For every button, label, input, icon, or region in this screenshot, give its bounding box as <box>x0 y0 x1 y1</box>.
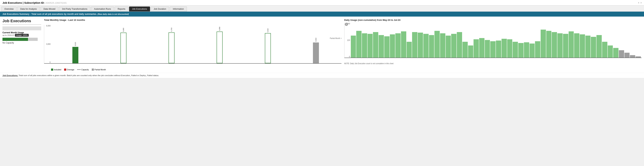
legend-overage: Overage <box>64 68 74 71</box>
daily-bar-24 <box>485 40 490 58</box>
page-title: Job Executions | Subscription ID: 204052… <box>2 1 66 4</box>
daily-chart-title: Daily Usage (non-cumulative) from May-24… <box>344 19 642 21</box>
y-axis: 6,000 3,000 0 <box>44 25 51 63</box>
legend-box-partial <box>92 68 94 71</box>
usage-tooltip: Usage: 100% <box>15 34 29 37</box>
daily-bar-11 <box>412 32 417 58</box>
daily-bar-36 <box>552 32 557 58</box>
legend-included: Included <box>51 68 61 71</box>
footer-or: or <box>137 74 140 76</box>
tab-overview[interactable]: Overview <box>2 6 16 12</box>
left-panel: Job Executions Current Month Usage up to… <box>2 19 41 71</box>
nav-prev-button[interactable]: ‹ <box>638 1 639 4</box>
monthly-chart-panel: Total Monthly Usage - Last 12 months 6,0… <box>44 19 342 71</box>
daily-bar-7 <box>390 34 395 58</box>
legend-box-included <box>51 68 53 71</box>
bar-group-3: 5,858 <box>196 25 244 63</box>
legend-line-capacity <box>77 70 81 70</box>
tab-data-for-analysis[interactable]: Data for Analysis <box>17 6 40 12</box>
daily-bar-21 <box>468 46 473 58</box>
daily-bar-23 <box>479 38 484 58</box>
tab-job-executions[interactable]: Job Executions <box>129 6 150 12</box>
no-capacity-label: No Capacity <box>2 42 41 44</box>
bar-value-label-1: 5,660 <box>122 28 124 32</box>
daily-bar-18 <box>451 34 456 58</box>
daily-bar-27 <box>502 39 507 58</box>
nav-next-button[interactable]: › <box>641 1 642 4</box>
daily-bar-47 <box>613 48 618 58</box>
daily-bar-15 <box>434 31 440 58</box>
legend-box-overage <box>64 68 66 71</box>
daily-bar-39 <box>569 31 574 58</box>
tab-automation-runs[interactable]: Automation Runs <box>91 6 114 12</box>
legend-capacity: Capacity <box>77 68 89 71</box>
tab-data-moved[interactable]: Data Moved <box>40 6 58 12</box>
daily-bar-30 <box>518 43 524 58</box>
usage-placeholder-box <box>2 26 41 30</box>
bar-value-label-3: 5,858 <box>219 27 220 31</box>
bar-0 <box>72 47 78 63</box>
daily-bar-4 <box>373 32 378 58</box>
daily-chart-panel: Daily Usage (non-cumulative) from May-24… <box>344 19 642 71</box>
daily-bar-40 <box>574 33 579 58</box>
usage-bar-background <box>2 38 38 41</box>
footer-text: Job Executions: Total sum of all jobs ex… <box>0 73 644 78</box>
footer-italic1: Execution_Failed <box>121 74 137 76</box>
bar-4 <box>265 33 271 63</box>
bar-group-0: 3,010 <box>51 25 99 63</box>
summary-bar: Job Executions Summary - Total sum of al… <box>0 12 644 16</box>
daily-bar-48 <box>619 50 624 58</box>
daily-bar-44 <box>596 35 602 58</box>
footer-text-part1: Total sum of all jobs executions within … <box>19 74 121 76</box>
badge-2: 2 <box>345 23 348 26</box>
job-executions-heading: Job Executions <box>2 19 41 25</box>
daily-bar-9 <box>401 31 406 58</box>
bar-1 <box>120 32 126 63</box>
daily-bar-51 <box>636 56 641 58</box>
daily-bar-19 <box>457 32 462 58</box>
daily-bar-2 <box>362 33 367 58</box>
daily-bar-34 <box>541 30 546 58</box>
daily-bar-31 <box>524 42 529 58</box>
daily-bar-0 <box>351 36 356 58</box>
summary-note: (Raw daily data is not discounted) <box>98 13 129 15</box>
summary-text: - Total sum of all job executions by mon… <box>30 13 97 15</box>
daily-bar-13 <box>423 34 429 58</box>
tab-bar: OverviewData for AnalysisData Moved3rd P… <box>0 6 644 12</box>
daily-bar-50 <box>630 55 635 58</box>
summary-bold: Job Executions Summary <box>2 13 30 15</box>
usage-bar-fill <box>2 38 28 41</box>
title-bar: Job Executions | Subscription ID: 204052… <box>0 0 644 6</box>
daily-bar-5 <box>378 35 384 58</box>
daily-bar-25 <box>490 41 496 58</box>
bar-group-2: 5,703 <box>148 25 196 63</box>
current-month-label: Current Month Usage <box>2 31 41 34</box>
daily-bar-49 <box>624 53 630 58</box>
monthly-chart-title: Total Monthly Usage - Last 12 months <box>44 19 342 21</box>
tab-3rd-party[interactable]: 3rd Party Transformations <box>59 6 90 12</box>
daily-bar-10 <box>406 42 412 58</box>
tab-job-duration[interactable]: Job Duration <box>151 6 169 12</box>
daily-bar-3 <box>368 34 373 58</box>
main-content: Job Executions Current Month Usage up to… <box>0 16 644 73</box>
tab-information[interactable]: Information <box>170 6 187 12</box>
daily-bar-46 <box>608 46 613 58</box>
tab-reports[interactable]: Reports <box>115 6 128 12</box>
bar-group-1: 5,660 <box>99 25 148 63</box>
bar-group-5: 3,822Partial Month > <box>292 25 340 63</box>
daily-bar-28 <box>507 39 512 58</box>
daily-bar-6 <box>384 36 390 58</box>
daily-bar-20 <box>462 42 468 58</box>
daily-bar-8 <box>395 33 401 58</box>
bar-chart-area: 6,000 3,000 0 3,0105,6605,7035,8585,5423… <box>44 25 342 64</box>
daily-bar-29 <box>513 42 518 58</box>
daily-bar-41 <box>580 34 585 58</box>
daily-bar-43 <box>591 37 596 58</box>
usage-bar-container: Usage: 100% <box>2 38 41 41</box>
daily-bar-14 <box>429 35 434 58</box>
bar-value-label-4: 5,542 <box>267 28 269 32</box>
daily-bar-37 <box>557 33 563 58</box>
bar-value-label-2: 5,703 <box>171 28 172 32</box>
daily-chart-area: 240 120 0 2 <box>344 23 642 58</box>
daily-bar-33 <box>535 41 540 58</box>
